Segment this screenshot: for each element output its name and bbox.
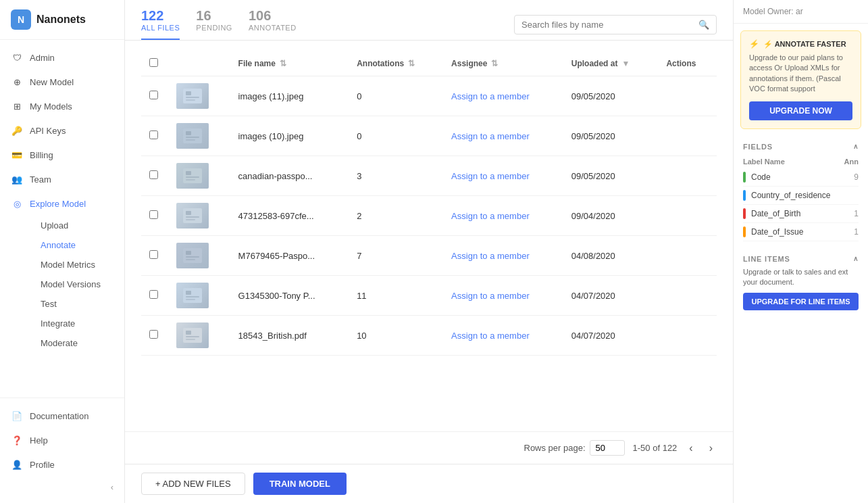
sidebar-item-documentation[interactable]: 📄 Documentation [0,404,124,428]
fields-collapse-icon[interactable]: ∧ [853,143,859,150]
sidebar-logo[interactable]: N Nanonets [0,0,124,40]
row-assignee[interactable]: Assign to a member [443,76,563,116]
row-checkbox[interactable] [149,290,158,299]
row-thumbnail-cell[interactable] [168,316,230,356]
tab-all-files[interactable]: 122 ALL FILES [141,8,180,40]
table-row: images (10).jpeg 0 Assign to a member 09… [141,116,717,156]
file-name-header[interactable]: File name ⇅ [230,51,349,76]
row-assignee[interactable]: Assign to a member [443,116,563,156]
search-input[interactable] [521,20,694,30]
assign-link[interactable]: Assign to a member [451,291,530,301]
row-assignee[interactable]: Assign to a member [443,276,563,316]
sidebar-sub-test[interactable]: Test [30,294,124,314]
sidebar-item-profile[interactable]: 👤 Profile [0,452,124,477]
sidebar-label-team: Team [30,174,51,185]
search-bar[interactable]: 🔍 [514,15,717,34]
row-thumbnail-cell[interactable] [168,76,230,116]
right-panel: Model Owner: ar ⚡ ⚡ ANNOTATE FASTER Upgr… [733,0,868,503]
upgrade-for-line-items-button[interactable]: UPGRADE FOR LINE ITEMS [743,293,859,310]
next-page-button[interactable]: › [705,441,717,456]
sidebar-sub-model-metrics[interactable]: Model Metrics [30,255,124,274]
shield-icon: 🛡 [11,51,23,64]
row-assignee[interactable]: Assign to a member [443,156,563,196]
tab-annotated[interactable]: 106 ANNOTATED [249,8,297,40]
row-assignee[interactable]: Assign to a member [443,316,563,356]
all-files-count: 122 [141,8,163,24]
sidebar-sub-annotate[interactable]: Annotate [30,235,124,255]
fields-col-headers: Label Name Ann [734,155,868,168]
field-color-dot [743,226,746,237]
row-checkbox[interactable] [149,170,158,179]
row-checkbox-cell[interactable] [141,196,168,236]
assign-link[interactable]: Assign to a member [451,171,530,181]
field-color-dot [743,190,746,201]
assign-link[interactable]: Assign to a member [451,331,530,341]
row-annotations: 11 [349,276,443,316]
row-checkbox-cell[interactable] [141,116,168,156]
table-row: G1345300-Tony P... 11 Assign to a member… [141,276,717,316]
row-thumbnail-cell[interactable] [168,236,230,276]
select-all-header[interactable] [141,51,168,76]
row-checkbox[interactable] [149,210,158,219]
table-row: canadian-passpo... 3 Assign to a member … [141,156,717,196]
sidebar-item-explore-model[interactable]: ◎ Explore Model [0,191,124,216]
row-checkbox[interactable] [149,130,158,139]
row-annotations: 0 [349,76,443,116]
main-content: 122 ALL FILES 16 PENDING 106 ANNOTATED 🔍 [125,0,733,503]
sidebar-item-my-models[interactable]: ⊞ My Models [0,94,124,118]
file-thumbnail [176,283,209,308]
tab-pending[interactable]: 16 PENDING [196,8,232,40]
sidebar-item-new-model[interactable]: ⊕ New Model [0,70,124,94]
row-checkbox-cell[interactable] [141,76,168,116]
row-checkbox[interactable] [149,91,158,99]
assign-link[interactable]: Assign to a member [451,131,530,141]
row-checkbox-cell[interactable] [141,156,168,196]
sidebar-item-billing[interactable]: 💳 Billing [0,143,124,167]
svg-rect-5 [186,131,191,135]
row-assignee[interactable]: Assign to a member [443,196,563,236]
row-thumbnail-cell[interactable] [168,196,230,236]
sidebar-label-new-model: New Model [30,77,74,87]
assignee-header[interactable]: Assignee ⇅ [443,51,563,76]
sidebar-sub-model-versions[interactable]: Model Versions [30,274,124,294]
row-checkbox-cell[interactable] [141,236,168,276]
train-model-button[interactable]: TRAIN MODEL [253,473,347,495]
sidebar-item-team[interactable]: 👥 Team [0,167,124,191]
line-items-collapse-icon[interactable]: ∧ [853,255,859,262]
line-items-content: Upgrade or talk to sales and ext your do… [734,267,868,311]
assign-link[interactable]: Assign to a member [451,211,530,221]
rows-per-page-select[interactable]: 50 25 100 [590,440,625,456]
row-checkbox-cell[interactable] [141,316,168,356]
actions-header: Actions [658,51,717,76]
assign-link[interactable]: Assign to a member [451,91,530,101]
fields-section-header: FIELDS ∧ [734,136,868,155]
row-uploaded-at: 04/07/2020 [563,316,659,356]
sidebar: N Nanonets 🛡 Admin ⊕ New Model ⊞ My Mode… [0,0,125,503]
row-assignee[interactable]: Assign to a member [443,236,563,276]
line-items-section-header: LINE ITEMS ∧ [734,248,868,267]
upgrade-now-button[interactable]: UPGRADE NOW [749,101,852,120]
row-thumbnail-cell[interactable] [168,156,230,196]
row-thumbnail-cell[interactable] [168,276,230,316]
select-all-checkbox[interactable] [149,58,158,67]
sidebar-item-api-keys[interactable]: 🔑 API Keys [0,118,124,143]
annotations-header[interactable]: Annotations ⇅ [349,51,443,76]
row-checkbox[interactable] [149,330,158,339]
sidebar-item-admin[interactable]: 🛡 Admin [0,45,124,70]
uploaded-at-header[interactable]: Uploaded at ▼ [563,51,659,76]
svg-rect-8 [183,168,202,183]
row-thumbnail-cell[interactable] [168,116,230,156]
add-new-files-button[interactable]: + ADD NEW FILES [141,473,245,495]
row-file-name: 18543_British.pdf [230,316,349,356]
sidebar-item-help[interactable]: ❓ Help [0,428,124,452]
sidebar-sub-upload[interactable]: Upload [30,216,124,235]
svg-rect-13 [186,211,191,215]
row-checkbox-cell[interactable] [141,276,168,316]
table-row: 18543_British.pdf 10 Assign to a member … [141,316,717,356]
sidebar-sub-moderate[interactable]: Moderate [30,333,124,353]
sidebar-collapse-button[interactable]: ‹ [0,477,124,498]
assign-link[interactable]: Assign to a member [451,251,530,261]
prev-page-button[interactable]: ‹ [685,441,696,456]
row-checkbox[interactable] [149,250,158,259]
sidebar-sub-integrate[interactable]: Integrate [30,314,124,333]
